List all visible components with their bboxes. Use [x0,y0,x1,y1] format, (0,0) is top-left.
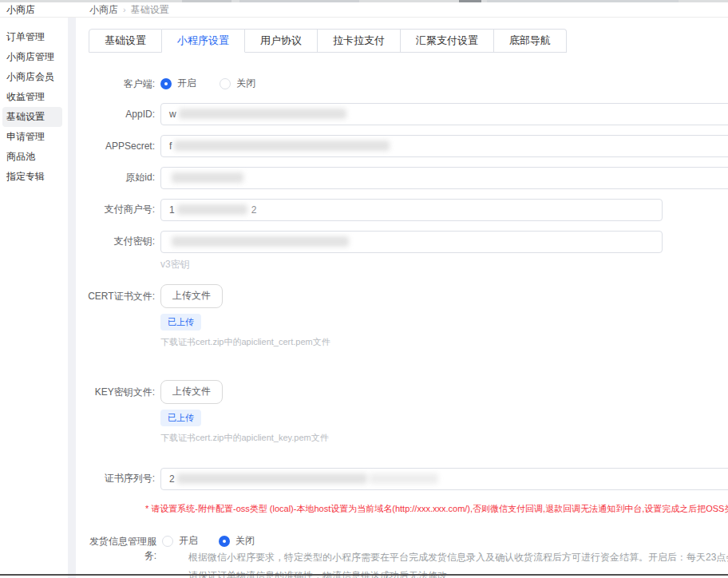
tab-miniprogram-settings[interactable]: 小程序设置 [162,29,245,53]
masked-value-blur [177,204,247,215]
original-id-field-label: 原始id: [89,171,155,184]
appid-field-label: AppID: [89,109,155,120]
tab-huiju-pay-settings[interactable]: 汇聚支付设置 [401,29,494,53]
masked-value-prefix: w [169,109,176,120]
sidebar-item-application-management[interactable]: 申请管理 [2,127,62,147]
tab-lakala-pay[interactable]: 拉卡拉支付 [318,29,401,53]
top-edge-artifact [487,0,679,2]
radio-unchecked-icon [220,78,231,89]
key-upload-button[interactable]: 上传文件 [160,380,223,404]
app-header: 小商店 小商店 › 基础设置 [0,2,728,18]
sidebar-item-designated-albums[interactable]: 指定专辑 [2,167,62,187]
key-file-field-label: KEY密钥文件: [89,380,155,404]
cert-file-uploader: 上传文件 已上传 下载证书cert.zip中的apiclient_cert.pe… [160,284,330,348]
tab-bar: 基础设置 小程序设置 用户协议 拉卡拉支付 汇聚支付设置 底部导航 [89,29,567,53]
original-id-input[interactable] [160,167,728,189]
breadcrumb-current: 基础设置 [131,3,169,17]
key-file-uploader: 上传文件 已上传 下载证书cert.zip中的apiclient_key.pem… [160,380,329,444]
masked-value-blur [370,473,438,484]
cert-upload-button[interactable]: 上传文件 [160,284,223,308]
cert-upload-hint: 下载证书cert.zip中的apiclient_cert.pem文件 [160,336,330,348]
tab-footer-nav[interactable]: 底部导航 [494,29,567,53]
top-edge-artifact [239,0,359,2]
miniprogram-settings-form: 客户端: 开启 关闭 AppID: w [89,77,728,578]
sidebar-content-divider [68,18,76,578]
breadcrumb-link[interactable]: 小商店 [89,3,118,17]
masked-value-blur [172,236,349,247]
cert-uploaded-badge: 已上传 [160,314,201,331]
sidebar-title: 小商店 [6,3,76,17]
radio-unchecked-icon [162,536,173,547]
merchant-no-field-label: 支付商户号: [89,203,155,216]
breadcrumb: 小商店 › 基础设置 [89,3,169,17]
shipping-radio-off[interactable]: 关闭 [219,534,255,548]
masked-value-blur [177,473,367,484]
radio-label: 开启 [179,534,198,548]
radio-checked-icon [160,78,172,89]
masked-value-blur [174,141,390,151]
pay-key-input[interactable] [160,231,663,253]
masked-value-prefix: 1 [169,204,175,216]
tab-basic-settings[interactable]: 基础设置 [89,29,162,53]
masked-value-prefix: f [169,141,172,152]
client-radio-group: 开启 关闭 [160,77,276,92]
sidebar-item-order-management[interactable]: 订单管理 [2,27,62,47]
settings-panel: 基础设置 小程序设置 用户协议 拉卡拉支付 汇聚支付设置 底部导航 客户端: 开… [76,18,728,578]
radio-label: 开启 [177,77,196,90]
shipping-radio-group: 开启 关闭 [162,534,275,548]
masked-value-suffix: 2 [251,204,257,216]
radio-checked-icon [219,536,230,547]
key-uploaded-badge: 已上传 [160,410,201,426]
cert-serial-field-label: 证书序列号: [89,472,155,485]
appid-input[interactable]: w [160,103,728,125]
top-edge-artifact [459,0,481,2]
sidebar-item-basic-settings[interactable]: 基础设置 [2,107,62,127]
radio-label: 关闭 [236,77,255,90]
masked-value-prefix: 2 [169,473,175,485]
shipping-field-label: 发货信息管理服务: [89,534,156,563]
note-line: 请保证订单物流信息的准确性，物流信息推送成功后无法修改 [188,567,728,578]
client-radio-on[interactable]: 开启 [160,77,196,90]
appsecret-field-label: APPSecret: [89,141,155,152]
cert-serial-input[interactable]: 2 [160,468,728,490]
client-radio-off[interactable]: 关闭 [220,77,255,90]
breadcrumb-separator-icon: › [123,5,126,14]
top-edge-artifact [182,0,231,2]
cert-file-field-label: CERT证书文件: [89,284,155,308]
window-top-edge [0,0,728,2]
masked-value-blur [172,172,243,183]
pay-key-field-label: 支付密钥: [89,235,155,248]
masked-value-blur [179,109,346,119]
appsecret-input[interactable]: f [160,135,728,157]
tab-user-agreement[interactable]: 用户协议 [245,29,318,53]
sidebar: 订单管理 小商店管理 小商店会员 收益管理 基础设置 申请管理 商品池 指定专辑 [0,18,68,578]
sidebar-item-revenue-management[interactable]: 收益管理 [2,87,62,107]
sidebar-item-product-pool[interactable]: 商品池 [2,147,62,167]
shipping-radio-on[interactable]: 开启 [162,534,198,548]
sidebar-item-shop-management[interactable]: 小商店管理 [2,47,62,67]
merchant-no-input[interactable]: 1 2 [160,199,663,221]
key-upload-hint: 下载证书cert.zip中的apiclient_key.pem文件 [160,432,329,444]
sidebar-item-shop-members[interactable]: 小商店会员 [2,67,62,87]
note-line: 根据微信小程序要求，特定类型的小程序需要在平台完成发货信息录入及确认收货流程后方… [188,548,728,567]
window-bottom-edge [0,574,728,576]
radio-label: 关闭 [235,534,255,548]
oss-warning-text: * 请设置系统-附件配置-oss类型 (local)-本地host设置为当前域名… [145,503,728,515]
client-field-label: 客户端: [89,77,155,91]
v3-key-hint: v3密钥 [160,258,728,271]
